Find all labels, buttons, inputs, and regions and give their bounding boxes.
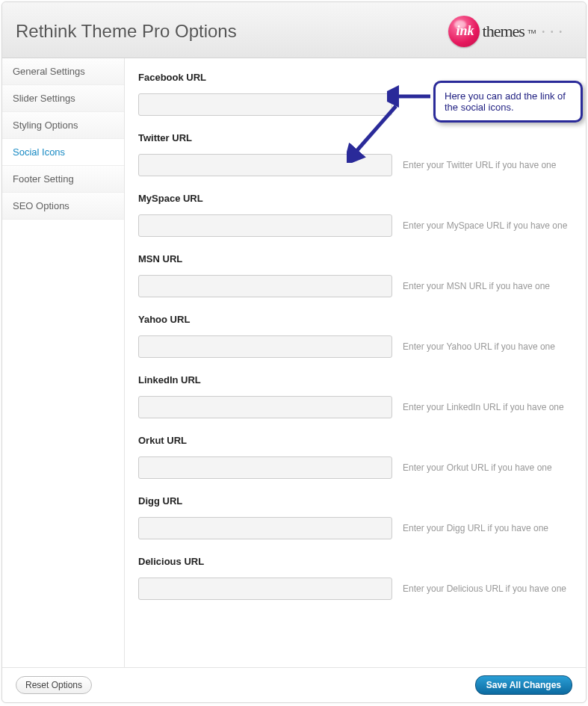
field-label: Delicious URL (138, 556, 569, 567)
field-label: MySpace URL (138, 193, 569, 204)
sidebar-item-slider[interactable]: Slider Settings (2, 85, 124, 112)
body: General Settings Slider Settings Styling… (2, 58, 586, 667)
orkut-url-input[interactable] (138, 456, 392, 479)
options-panel: Rethink Theme Pro Options ink themesTM •… (1, 1, 587, 703)
field-label: MSN URL (138, 253, 569, 264)
field-digg: Digg URL Enter your Digg URL if you have… (138, 495, 569, 539)
field-desc: Enter your Twitter URL if you have one (403, 160, 556, 170)
sidebar-item-social[interactable]: Social Icons (2, 139, 124, 166)
field-label: Yahoo URL (138, 314, 569, 325)
field-desc: Enter your MSN URL if you have one (403, 281, 550, 291)
field-desc: Enter your Orkut URL if you have one (403, 462, 552, 473)
content: Here you can add the link of the social … (125, 58, 586, 667)
reset-button[interactable]: Reset Options (16, 676, 92, 694)
linkedin-url-input[interactable] (138, 396, 392, 418)
field-delicious: Delicious URL Enter your Delicious URL i… (138, 556, 569, 600)
save-button[interactable]: Save All Changes (475, 675, 572, 695)
header: Rethink Theme Pro Options ink themesTM •… (2, 2, 586, 58)
footer: Reset Options Save All Changes (2, 667, 586, 702)
field-yahoo: Yahoo URL Enter your Yahoo URL if you ha… (138, 314, 569, 358)
field-desc: Enter your Digg URL if you have one (403, 523, 548, 533)
page-title: Rethink Theme Pro Options (16, 21, 237, 42)
field-linkedin: LinkedIn URL Enter your LinkedIn URL if … (138, 374, 569, 418)
digg-url-input[interactable] (138, 517, 392, 539)
brand-logo: ink themesTM ••• (448, 16, 568, 47)
field-desc: Enter your MySpace URL if you have one (403, 220, 567, 231)
msn-url-input[interactable] (138, 275, 392, 297)
callout-arrow-icon (347, 103, 399, 163)
field-msn: MSN URL Enter your MSN URL if you have o… (138, 253, 569, 297)
field-myspace: MySpace URL Enter your MySpace URL if yo… (138, 193, 569, 237)
callout-tooltip: Here you can add the link of the social … (433, 81, 583, 123)
field-label: Orkut URL (138, 435, 569, 446)
delicious-url-input[interactable] (138, 578, 392, 600)
sidebar-item-footer[interactable]: Footer Setting (2, 166, 124, 193)
callout-text: Here you can add the link of the social … (445, 90, 566, 113)
field-desc: Enter your LinkedIn URL if you have one (403, 402, 564, 412)
field-label: Digg URL (138, 495, 569, 507)
logo-ball-icon: ink (448, 16, 480, 47)
sidebar-item-seo[interactable]: SEO Options (2, 193, 124, 220)
svg-line-1 (353, 106, 396, 155)
field-desc: Enter your Yahoo URL if you have one (403, 341, 555, 352)
sidebar-item-styling[interactable]: Styling Options (2, 112, 124, 139)
sidebar-item-general[interactable]: General Settings (2, 58, 124, 85)
logo-text: themes (483, 22, 524, 41)
myspace-url-input[interactable] (138, 214, 392, 237)
field-orkut: Orkut URL Enter your Orkut URL if you ha… (138, 435, 569, 479)
field-desc: Enter your Delicious URL if you have one (403, 583, 566, 594)
sidebar: General Settings Slider Settings Styling… (2, 58, 125, 667)
field-label: LinkedIn URL (138, 374, 569, 385)
yahoo-url-input[interactable] (138, 335, 392, 358)
